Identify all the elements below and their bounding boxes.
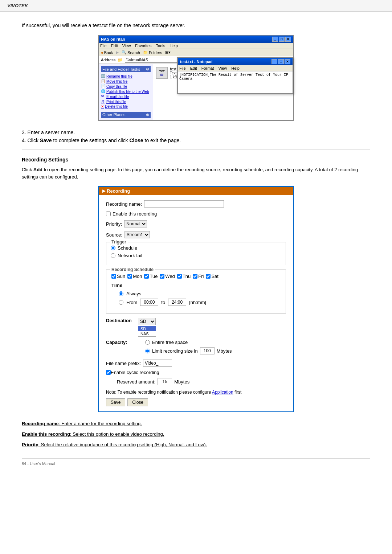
notepad-title-bar: test.txt - Notepad _ □ ✕ bbox=[178, 58, 293, 65]
np-menu-file[interactable]: File bbox=[179, 66, 186, 70]
save-button[interactable]: Save bbox=[106, 398, 125, 406]
nas-option[interactable]: NAS bbox=[138, 331, 156, 336]
limit-input[interactable] bbox=[200, 347, 215, 354]
explorer-title-bar: NAS on ritali _ □ ✕ bbox=[99, 36, 293, 43]
menu-favorites[interactable]: Favorites bbox=[135, 44, 151, 48]
file-icon: TXT ≡ bbox=[156, 67, 168, 79]
np-menu-view[interactable]: View bbox=[219, 66, 227, 70]
address-label: Address bbox=[101, 58, 115, 62]
task-copy[interactable]: 📄 Copy this file bbox=[101, 84, 151, 89]
task-publish[interactable]: 🌐 Publish this file to the Web bbox=[101, 89, 151, 94]
close-button[interactable]: Close bbox=[127, 398, 148, 406]
menu-file[interactable]: File bbox=[100, 44, 107, 48]
schedule-radio[interactable] bbox=[111, 246, 115, 250]
thu-label: Thu bbox=[183, 274, 191, 279]
task-print[interactable]: 🖨 Print this file bbox=[101, 99, 151, 104]
capacity-options: Entire free space Limit recording size i… bbox=[138, 340, 232, 357]
to-input[interactable] bbox=[168, 299, 186, 306]
to-label: to bbox=[161, 300, 165, 305]
enable-checkbox[interactable] bbox=[106, 212, 111, 216]
trigger-section: Trigger Schedule Network fail bbox=[106, 242, 286, 265]
minimize-btn[interactable]: _ bbox=[272, 37, 278, 42]
explorer-menu-bar: File Edit View Favorites Tools Help bbox=[99, 43, 293, 49]
notepad-close[interactable]: ✕ bbox=[285, 59, 290, 64]
network-fail-label: Network fail bbox=[118, 253, 142, 258]
application-link[interactable]: Application bbox=[212, 390, 233, 395]
menu-help[interactable]: Help bbox=[170, 44, 178, 48]
enable-row: Enable this recording bbox=[106, 211, 286, 217]
email-icon: ✉ bbox=[101, 94, 105, 99]
limit-radio[interactable] bbox=[145, 349, 150, 353]
tasks-expand-icon[interactable]: ⊗ bbox=[146, 67, 149, 71]
destination-select[interactable]: SD NAS bbox=[138, 318, 156, 325]
cyclic-row: Enable cyclic recording bbox=[106, 370, 286, 375]
notepad-minimize[interactable]: _ bbox=[271, 59, 277, 64]
task-email[interactable]: ✉ E-mail this file bbox=[101, 94, 151, 99]
mon-label: Mon bbox=[133, 274, 142, 279]
always-label: Always bbox=[126, 291, 141, 296]
task-delete[interactable]: ✕ Delete this file bbox=[101, 104, 151, 109]
day-sat: Sat bbox=[206, 274, 219, 279]
sat-checkbox[interactable] bbox=[206, 274, 211, 279]
close-btn[interactable]: ✕ bbox=[285, 37, 291, 42]
intro-text: If successful, you will receive a test.t… bbox=[22, 22, 370, 28]
source-row: Source: Stream1 Stream2 bbox=[106, 231, 286, 238]
always-row: Always bbox=[111, 291, 281, 296]
np-menu-format[interactable]: Format bbox=[201, 66, 214, 70]
source-select[interactable]: Stream1 Stream2 bbox=[124, 231, 150, 238]
prefix-input[interactable] bbox=[143, 360, 172, 367]
explorer-sidebar: File and Folder Tasks ⊗ 🔤 Rename this fi… bbox=[99, 64, 153, 120]
reserved-input[interactable] bbox=[158, 378, 172, 385]
recording-name-input[interactable] bbox=[144, 200, 224, 208]
notepad-maximize[interactable]: □ bbox=[278, 59, 284, 64]
network-fail-radio-row: Network fail bbox=[111, 253, 281, 258]
menu-view[interactable]: View bbox=[122, 44, 131, 48]
day-mon: Mon bbox=[127, 274, 142, 279]
other-places-expand[interactable]: ⊕ bbox=[146, 112, 149, 117]
menu-tools[interactable]: Tools bbox=[156, 44, 166, 48]
network-fail-radio[interactable] bbox=[111, 253, 115, 258]
menu-edit[interactable]: Edit bbox=[111, 44, 118, 48]
tue-checkbox[interactable] bbox=[144, 274, 149, 279]
cyclic-label: Enable cyclic recording bbox=[111, 370, 159, 375]
from-radio[interactable] bbox=[119, 300, 123, 305]
reserved-label: Reserved amount: bbox=[117, 379, 155, 385]
sun-checkbox[interactable] bbox=[111, 274, 116, 279]
search-button[interactable]: 🔍 Search bbox=[122, 50, 140, 55]
np-menu-edit[interactable]: Edit bbox=[190, 66, 197, 70]
sd-option[interactable]: SD bbox=[138, 326, 156, 331]
task-rename[interactable]: 🔤 Rename this file bbox=[101, 74, 151, 79]
footer-text: 84 - User's Manual bbox=[22, 461, 55, 466]
wed-checkbox[interactable] bbox=[160, 274, 164, 279]
task-move[interactable]: 📋 Move this file bbox=[101, 79, 151, 84]
desc-enable: Enable this recording: Select this optio… bbox=[22, 431, 370, 437]
desc-recording-name: Recording name: Enter a name for the rec… bbox=[22, 421, 370, 426]
schedule-radio-row: Schedule bbox=[111, 245, 281, 251]
delete-icon: ✕ bbox=[101, 104, 104, 108]
maximize-btn[interactable]: □ bbox=[279, 37, 285, 42]
time-label: Time bbox=[111, 283, 281, 288]
limit-label: Limit recording size in bbox=[152, 348, 198, 354]
np-menu-help[interactable]: Help bbox=[231, 66, 240, 70]
fri-checkbox[interactable] bbox=[193, 274, 197, 279]
reserved-row: Reserved amount: Mbytes bbox=[106, 378, 286, 385]
from-input[interactable] bbox=[140, 299, 158, 306]
thu-checkbox[interactable] bbox=[177, 274, 182, 279]
view-button[interactable]: ⊞▾ bbox=[165, 50, 171, 55]
folders-button[interactable]: 📁 Folders bbox=[143, 50, 162, 55]
day-sun: Sun bbox=[111, 274, 125, 279]
schedule-section: Recording Schedule Sun Mon Tue bbox=[106, 270, 286, 313]
entire-free-radio[interactable] bbox=[145, 340, 150, 345]
limit-row: Limit recording size in Mbytes bbox=[145, 347, 232, 354]
schedule-label: Schedule bbox=[118, 245, 137, 251]
back-button[interactable]: ● Back bbox=[101, 50, 113, 55]
always-radio[interactable] bbox=[119, 291, 123, 296]
notepad-menu: File Edit Format View Help bbox=[178, 65, 293, 71]
cyclic-checkbox[interactable] bbox=[106, 370, 111, 375]
mon-checkbox[interactable] bbox=[127, 274, 132, 279]
dropdown-menu: SD NAS bbox=[138, 326, 156, 337]
priority-select[interactable]: Normal High Low bbox=[124, 220, 147, 227]
day-tue: Tue bbox=[144, 274, 158, 279]
explorer-toolbar: ● Back ▶ 🔍 Search 📁 Folders ⊞▾ bbox=[99, 49, 293, 56]
trigger-legend: Trigger bbox=[110, 239, 128, 245]
